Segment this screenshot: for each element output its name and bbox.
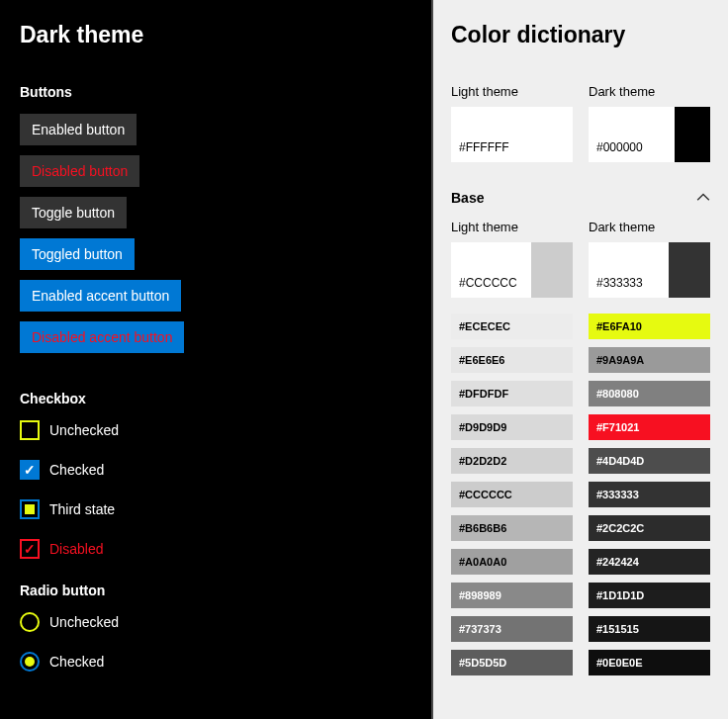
light-chip	[531, 242, 573, 298]
checkbox-disabled: Disabled	[20, 539, 411, 559]
dark-swatch[interactable]: #F71021	[589, 414, 710, 440]
swatch-value: #FFFFFF	[459, 140, 509, 154]
light-swatch-column: #ECECEC#E6E6E6#DFDFDF#D9D9D9#D2D2D2#CCCC…	[451, 314, 573, 675]
light-swatch[interactable]: #898989	[451, 583, 573, 608]
toggled-button[interactable]: Toggled button	[20, 238, 135, 270]
base-main-swatches: #CCCCCC #333333	[451, 242, 710, 298]
light-swatch[interactable]: #D2D2D2	[451, 448, 573, 474]
radio-label: Unchecked	[49, 614, 119, 630]
color-dictionary-panel: Color dictionary Light theme Dark theme …	[433, 0, 728, 719]
page-title: Dark theme	[20, 22, 411, 48]
panel-title: Color dictionary	[451, 22, 710, 48]
base-light-swatch[interactable]: #CCCCCC	[451, 242, 573, 298]
light-swatch[interactable]: #737373	[451, 616, 573, 642]
radio-group: Unchecked Checked	[20, 612, 411, 672]
light-swatch[interactable]: #ECECEC	[451, 314, 573, 339]
swatch-value: #000000	[596, 140, 643, 154]
dark-swatch[interactable]: #4D4D4D	[589, 448, 710, 474]
main-dark-swatch[interactable]: #000000	[589, 107, 710, 162]
dark-swatch[interactable]: #E6FA10	[589, 314, 710, 339]
checkbox-group: Unchecked Checked Third state Disabled	[20, 420, 411, 559]
dark-swatch[interactable]: #0E0E0E	[589, 650, 710, 675]
dark-swatch[interactable]: #333333	[589, 482, 710, 507]
radio-label: Checked	[49, 654, 104, 670]
dark-chip	[669, 242, 710, 298]
light-swatch[interactable]: #B6B6B6	[451, 515, 573, 541]
dark-swatch[interactable]: #9A9A9A	[589, 347, 710, 373]
dark-theme-label: Dark theme	[589, 220, 710, 234]
theme-labels: Light theme Dark theme	[451, 84, 710, 99]
base-section-header[interactable]: Base	[451, 190, 710, 206]
base-heading: Base	[451, 190, 484, 206]
radio-unchecked[interactable]: Unchecked	[20, 612, 411, 632]
checkbox-label: Unchecked	[49, 422, 119, 438]
disabled-button: Disabled button	[20, 155, 139, 187]
swatch-grid: #ECECEC#E6E6E6#DFDFDF#D9D9D9#D2D2D2#CCCC…	[451, 314, 710, 675]
checkbox-checked-icon	[20, 460, 40, 480]
base-dark-swatch[interactable]: #333333	[589, 242, 710, 298]
radio-checked[interactable]: Checked	[20, 652, 411, 672]
buttons-heading: Buttons	[20, 84, 411, 100]
chevron-up-icon	[696, 191, 710, 205]
checkbox-checked[interactable]: Checked	[20, 460, 411, 480]
dark-theme-label: Dark theme	[589, 84, 710, 99]
light-swatch[interactable]: #CCCCCC	[451, 482, 573, 507]
checkbox-label: Checked	[49, 462, 104, 478]
light-swatch[interactable]: #5D5D5D	[451, 650, 573, 675]
checkbox-unchecked[interactable]: Unchecked	[20, 420, 411, 440]
dark-swatch[interactable]: #808080	[589, 381, 710, 406]
light-swatch[interactable]: #DFDFDF	[451, 381, 573, 406]
radio-heading: Radio button	[20, 583, 411, 598]
dark-swatch-column: #E6FA10#9A9A9A#808080#F71021#4D4D4D#3333…	[589, 314, 710, 675]
dark-chip	[675, 107, 710, 162]
enabled-accent-button[interactable]: Enabled accent button	[20, 280, 181, 312]
disabled-accent-button: Disabled accent button	[20, 321, 184, 353]
dark-swatch[interactable]: #2C2C2C	[589, 515, 710, 541]
light-theme-label: Light theme	[451, 220, 573, 234]
checkbox-icon	[20, 420, 40, 440]
light-swatch[interactable]: #A0A0A0	[451, 549, 573, 575]
checkbox-third-state[interactable]: Third state	[20, 499, 411, 519]
toggle-button[interactable]: Toggle button	[20, 197, 127, 228]
checkbox-label: Disabled	[49, 541, 103, 557]
radio-icon	[20, 612, 40, 632]
dark-theme-panel: Dark theme Buttons Enabled button Disabl…	[0, 0, 433, 719]
light-theme-label: Light theme	[451, 84, 573, 99]
dark-swatch[interactable]: #151515	[589, 616, 710, 642]
base-theme-labels: Light theme Dark theme	[451, 220, 710, 234]
main-swatches: #FFFFFF #000000	[451, 107, 710, 162]
dark-swatch[interactable]: #242424	[589, 549, 710, 575]
checkbox-third-icon	[20, 499, 40, 519]
checkbox-heading: Checkbox	[20, 391, 411, 406]
checkbox-disabled-icon	[20, 539, 40, 559]
main-light-swatch[interactable]: #FFFFFF	[451, 107, 573, 162]
radio-checked-icon	[20, 652, 40, 672]
light-swatch[interactable]: #E6E6E6	[451, 347, 573, 373]
swatch-value: #333333	[596, 276, 643, 290]
light-swatch[interactable]: #D9D9D9	[451, 414, 573, 440]
buttons-group: Enabled button Disabled button Toggle bu…	[20, 114, 411, 363]
enabled-button[interactable]: Enabled button	[20, 114, 136, 145]
dark-swatch[interactable]: #1D1D1D	[589, 583, 710, 608]
swatch-value: #CCCCCC	[459, 276, 517, 290]
checkbox-label: Third state	[49, 501, 115, 517]
